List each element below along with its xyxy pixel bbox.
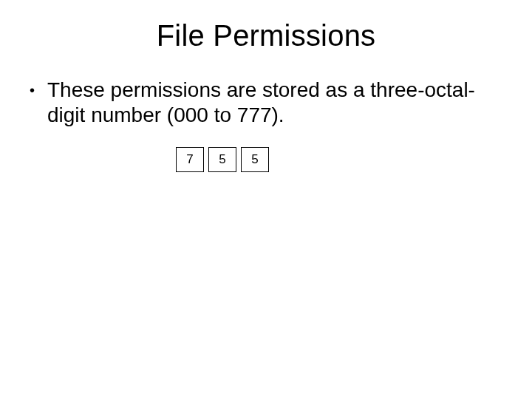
octal-digit-box-other: 5: [241, 147, 269, 172]
slide: File Permissions • These permissions are…: [0, 0, 532, 399]
octal-digit-box-owner: 7: [176, 147, 204, 172]
octal-digit-row: 7 5 5: [176, 147, 502, 172]
bullet-text: These permissions are stored as a three-…: [47, 78, 502, 128]
bullet-marker: •: [30, 78, 47, 103]
bullet-item: • These permissions are stored as a thre…: [30, 78, 502, 128]
octal-digit-box-group: 5: [208, 147, 236, 172]
slide-title: File Permissions: [30, 19, 502, 52]
